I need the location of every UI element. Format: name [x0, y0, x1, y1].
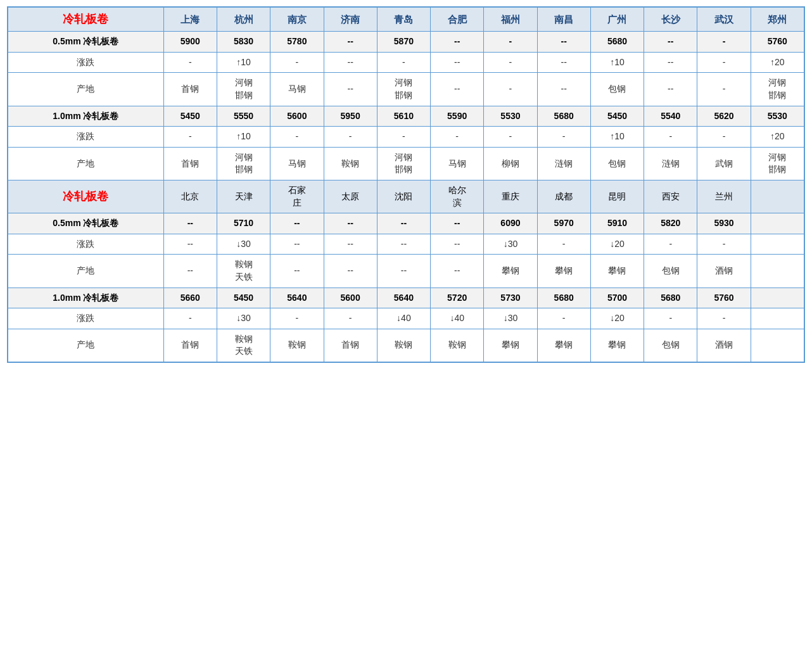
table-cell: 5620: [697, 106, 751, 127]
table-cell: -: [644, 127, 697, 148]
table-cell: 5970: [537, 213, 590, 234]
table-cell: -: [697, 234, 751, 255]
table-cell: --: [324, 234, 377, 255]
table-cell: ↓40: [431, 308, 484, 329]
table-cell: ↑10: [590, 127, 644, 148]
table-cell: 1.0mm 冷轧板卷: [8, 288, 164, 308]
table-cell: 酒钢: [697, 255, 751, 288]
table-cell: 涨跌: [8, 52, 164, 73]
table-row: 冷轧板卷北京天津石家庄太原沈阳哈尔滨重庆成都昆明西安兰州: [8, 180, 804, 213]
table-cell: --: [537, 32, 590, 53]
table-cell: 5600: [324, 288, 377, 308]
table-cell: 5720: [431, 288, 484, 308]
table-cell: 5680: [537, 106, 590, 127]
table-cell: 酒钢: [697, 329, 751, 362]
table-cell: 攀钢: [590, 329, 644, 362]
table-cell: -: [431, 127, 484, 148]
table-cell: 涟钢: [644, 147, 697, 180]
table-cell: 成都: [537, 180, 590, 213]
table-cell: 兰州: [697, 180, 751, 213]
table-cell: --: [431, 52, 484, 73]
table-cell: 西安: [644, 180, 697, 213]
table-cell: 5710: [217, 213, 270, 234]
table-cell: --: [644, 32, 697, 53]
table-cell: 首钢: [163, 329, 217, 362]
table-cell: 上海: [163, 8, 217, 32]
table-cell: 河钢邯钢: [751, 73, 804, 106]
table-cell: -: [324, 127, 377, 148]
table-cell: -: [484, 52, 537, 73]
table-cell: 5450: [217, 288, 270, 308]
table-cell: 沈阳: [377, 180, 430, 213]
table-cell: [751, 180, 804, 213]
table-cell: 5530: [751, 106, 804, 127]
table-cell: --: [431, 234, 484, 255]
table-cell: -: [163, 52, 217, 73]
table-cell: [751, 288, 804, 308]
table-cell: --: [377, 213, 430, 234]
table-cell: 马钢: [431, 147, 484, 180]
table-cell: 包钢: [590, 147, 644, 180]
table-cell: 太原: [324, 180, 377, 213]
table-cell: --: [324, 73, 377, 106]
table-cell: 鞍钢: [324, 147, 377, 180]
table-cell: --: [270, 213, 324, 234]
table-cell: ↑10: [217, 127, 270, 148]
table-cell: 5950: [324, 106, 377, 127]
table-cell: 攀钢: [484, 329, 537, 362]
table-cell: 河钢邯钢: [751, 147, 804, 180]
table-cell: 5930: [697, 213, 751, 234]
table-cell: 涟钢: [537, 147, 590, 180]
table-cell: 5730: [484, 288, 537, 308]
table-cell: 鞍钢: [270, 329, 324, 362]
table-cell: ↓30: [484, 234, 537, 255]
table-cell: 攀钢: [537, 329, 590, 362]
table-cell: 5590: [431, 106, 484, 127]
table-cell: ↓20: [590, 234, 644, 255]
table-cell: -: [163, 127, 217, 148]
table-cell: 长沙: [644, 8, 697, 32]
table-cell: 5910: [590, 213, 644, 234]
table-cell: --: [431, 213, 484, 234]
table-cell: 冷轧板卷: [8, 180, 164, 213]
table-cell: 马钢: [270, 73, 324, 106]
table-row: 0.5mm 冷轧板卷--5710--------6090597059105820…: [8, 213, 804, 234]
table-cell: 0.5mm 冷轧板卷: [8, 32, 164, 53]
table-cell: 青岛: [377, 8, 430, 32]
table-cell: --: [644, 73, 697, 106]
table-row: 产地首钢河钢邯钢马钢鞍钢河钢邯钢马钢柳钢涟钢包钢涟钢武钢河钢邯钢: [8, 147, 804, 180]
table-cell: 涨跌: [8, 234, 164, 255]
table-cell: ↑20: [751, 127, 804, 148]
table-cell: 6090: [484, 213, 537, 234]
table-cell: --: [163, 213, 217, 234]
table-cell: 首钢: [163, 73, 217, 106]
table-cell: 鞍钢: [431, 329, 484, 362]
table-cell: 5780: [270, 32, 324, 53]
table-cell: --: [431, 32, 484, 53]
table-cell: 郑州: [751, 8, 804, 32]
table-cell: 5660: [163, 288, 217, 308]
table-cell: 产地: [8, 255, 164, 288]
table-cell: 5700: [590, 288, 644, 308]
table-cell: --: [324, 52, 377, 73]
table-cell: 5530: [484, 106, 537, 127]
table-cell: --: [324, 213, 377, 234]
table-cell: ↓30: [484, 308, 537, 329]
table-cell: ↑10: [217, 52, 270, 73]
table-cell: -: [377, 127, 430, 148]
table-cell: 河钢邯钢: [377, 147, 430, 180]
table-cell: [751, 234, 804, 255]
table-cell: -: [270, 52, 324, 73]
table-cell: 天津: [217, 180, 270, 213]
table-row: 产地--鞍钢天铁--------攀钢攀钢攀钢包钢酒钢: [8, 255, 804, 288]
table-row: 1.0mm 冷轧板卷566054505640560056405720573056…: [8, 288, 804, 308]
table-cell: --: [324, 32, 377, 53]
table-cell: -: [163, 308, 217, 329]
table-cell: 合肥: [431, 8, 484, 32]
table-cell: ↓30: [217, 308, 270, 329]
table-cell: 包钢: [644, 255, 697, 288]
table-cell: 鞍钢: [377, 329, 430, 362]
table-cell: --: [431, 255, 484, 288]
table-cell: 重庆: [484, 180, 537, 213]
table-cell: 北京: [163, 180, 217, 213]
